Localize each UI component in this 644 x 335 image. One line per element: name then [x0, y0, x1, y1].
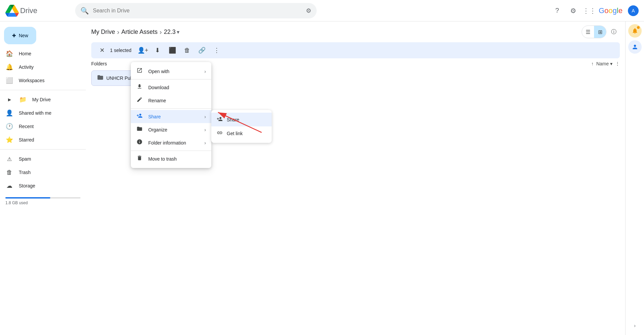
submenu-item-get-link[interactable]: Get link [211, 126, 272, 140]
search-icon: 🔍 [80, 7, 89, 15]
menu-item-share[interactable]: Share › Share [131, 110, 211, 123]
help-button[interactable]: ? [550, 4, 564, 17]
list-view-button[interactable]: ☰ [582, 26, 594, 38]
sidebar-label-spam: Spam [19, 156, 31, 162]
menu-divider-3 [131, 151, 211, 151]
sidebar-item-starred[interactable]: ⭐ Starred [0, 133, 80, 147]
menu-item-move-trash[interactable]: Move to trash [131, 152, 211, 165]
sidebar-item-trash[interactable]: 🗑 Trash [0, 166, 80, 179]
link-selected-button[interactable]: 🔗 [196, 44, 208, 56]
breadcrumb-my-drive[interactable]: My Drive [91, 29, 115, 36]
sidebar-item-home[interactable]: 🏠 Home [0, 47, 80, 60]
sidebar-item-my-drive[interactable]: ▶ 📁 My Drive [0, 93, 80, 106]
grid-view-button[interactable]: ⊞ [594, 26, 606, 38]
submenu-label-get-link: Get link [227, 131, 243, 136]
notifications-icon-button[interactable] [628, 24, 642, 38]
workspaces-icon: ⬜ [5, 77, 13, 84]
home-icon: 🏠 [5, 50, 13, 57]
submenu-item-share[interactable]: Share [211, 113, 272, 126]
search-input[interactable] [93, 8, 302, 14]
breadcrumb-current[interactable]: 22.3 ▾ [164, 29, 179, 36]
menu-label-share: Share [148, 114, 161, 119]
google-wordmark: Google [599, 6, 623, 15]
right-panel-icon-2[interactable] [628, 40, 642, 54]
folder-svg-icon [97, 74, 104, 81]
breadcrumb-current-label: 22.3 [164, 29, 175, 36]
new-button[interactable]: ✚ New [4, 27, 36, 44]
trash-icon: 🗑 [5, 169, 13, 176]
menu-item-download[interactable]: Download [131, 81, 211, 94]
sidebar: ✚ New 🏠 Home 🔔 Activity ⬜ Workspaces ▶ 📁… [0, 21, 86, 335]
sidebar-item-shared[interactable]: 👤 Shared with me [0, 106, 80, 120]
filter-icon[interactable]: ⚙ [306, 7, 311, 14]
app-logo[interactable]: Drive [5, 4, 72, 17]
info-button[interactable]: ⓘ [608, 26, 620, 38]
breadcrumb: My Drive › Article Assets › 22.3 ▾ ☰ ⊞ ⓘ [86, 21, 625, 42]
apps-button[interactable]: ⋮⋮ [583, 4, 596, 17]
sort-dropdown-icon: ▾ [610, 61, 612, 66]
rename-icon [136, 97, 143, 104]
search-bar[interactable]: 🔍 ⚙ [75, 3, 317, 18]
sort-controls: ↑ Name ▾ ⋮ [591, 61, 620, 66]
organize-icon [136, 126, 143, 133]
menu-item-rename[interactable]: Rename [131, 94, 211, 107]
download-selected-button[interactable]: ⬇ [152, 44, 164, 56]
menu-label-folder-info: Folder information [148, 140, 186, 146]
folder-item-icon [97, 74, 104, 82]
storage-text: 1.8 GB used [5, 201, 28, 205]
submenu-share-icon [217, 116, 223, 123]
plus-icon: ✚ [12, 33, 16, 38]
share-arrow: › [204, 114, 206, 119]
sidebar-item-activity[interactable]: 🔔 Activity [0, 60, 80, 74]
storage-bar [5, 197, 80, 199]
menu-label-organize: Organize [148, 127, 167, 132]
right-panel-expand-button[interactable]: › [628, 319, 642, 332]
settings-button[interactable]: ⚙ [567, 4, 580, 17]
right-panel-bottom: › [628, 319, 642, 335]
menu-label-download: Download [148, 85, 169, 90]
menu-item-organize[interactable]: Organize › [131, 123, 211, 136]
folders-label: Folders [91, 61, 107, 66]
menu-label-move-trash: Move to trash [148, 156, 177, 162]
right-panel-notifications [628, 24, 642, 38]
open-with-icon [136, 67, 143, 75]
selection-count: 1 selected [110, 48, 131, 53]
organize-arrow: › [204, 127, 206, 132]
user-avatar[interactable]: A [628, 5, 639, 16]
sidebar-label-home: Home [19, 51, 31, 56]
folder-info-arrow: › [204, 140, 206, 146]
shared-icon: 👤 [5, 109, 13, 117]
preview-selected-button[interactable]: ⬛ [166, 44, 178, 56]
more-selected-button[interactable]: ⋮ [211, 44, 223, 56]
share-submenu: Share Get link [211, 110, 272, 143]
sidebar-label-storage: Storage [19, 183, 35, 188]
storage-icon: ☁ [5, 182, 13, 189]
download-icon [136, 83, 143, 91]
breadcrumb-article-assets[interactable]: Article Assets [121, 29, 158, 36]
share-menu-icon [136, 113, 143, 120]
main-area: ✚ New 🏠 Home 🔔 Activity ⬜ Workspaces ▶ 📁… [0, 21, 644, 335]
sidebar-item-workspaces[interactable]: ⬜ Workspaces [0, 74, 80, 87]
menu-item-open-with[interactable]: Open with › [131, 65, 211, 78]
share-selected-button[interactable]: 👤+ [137, 44, 149, 56]
sort-name-button[interactable]: Name ▾ [596, 61, 612, 66]
top-bar: Drive 🔍 ⚙ ? ⚙ ⋮⋮ Google A [0, 0, 644, 21]
sort-more-button[interactable]: ⋮ [615, 61, 620, 66]
sidebar-divider-2 [0, 149, 86, 150]
sidebar-item-spam[interactable]: ⚠ Spam [0, 152, 80, 166]
sort-ascending-button[interactable]: ↑ [591, 61, 594, 66]
deselect-button[interactable]: ✕ [97, 45, 107, 56]
sidebar-label-recent: Recent [19, 124, 34, 129]
menu-item-folder-info[interactable]: Folder information › [131, 136, 211, 149]
breadcrumb-dropdown-icon: ▾ [177, 29, 179, 35]
sidebar-item-recent[interactable]: 🕐 Recent [0, 120, 80, 133]
open-with-arrow: › [204, 69, 206, 74]
breadcrumb-sep-1: › [117, 28, 119, 36]
view-controls: ☰ ⊞ ⓘ [582, 25, 620, 38]
recent-icon: 🕐 [5, 123, 13, 130]
delete-selected-button[interactable]: 🗑 [181, 44, 193, 56]
sidebar-item-storage[interactable]: ☁ Storage [0, 179, 80, 192]
sidebar-label-my-drive: My Drive [32, 97, 51, 102]
content-area: My Drive › Article Assets › 22.3 ▾ ☰ ⊞ ⓘ [86, 21, 625, 335]
sidebar-label-activity: Activity [19, 64, 34, 70]
